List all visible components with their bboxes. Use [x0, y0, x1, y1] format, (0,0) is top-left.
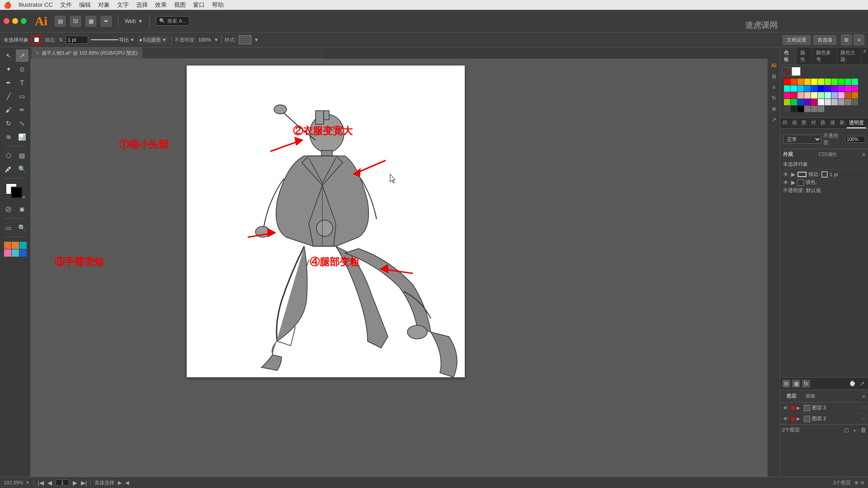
tab-color-guide[interactable]: 颜色参考 — [812, 47, 837, 65]
panel-icon-4[interactable]: ⊕ — [769, 104, 779, 114]
color-cell[interactable] — [818, 99, 824, 105]
tab-close[interactable]: × — [36, 51, 39, 56]
column-graph-tool[interactable]: ▤ — [16, 149, 28, 162]
layers-icon-4[interactable]: ⌚ — [848, 380, 856, 388]
color-cell[interactable] — [845, 85, 851, 92]
type-tool[interactable]: T — [16, 76, 28, 89]
swap-icon[interactable]: ⇄ — [22, 195, 25, 199]
pen-icon[interactable]: ✒ — [101, 16, 112, 27]
graph-tool[interactable]: 📊 — [16, 131, 28, 143]
panel-tab-symbol[interactable]: 符 — [780, 118, 790, 128]
zoom-mode-tool[interactable]: 🔍 — [16, 221, 28, 234]
status-del-layer[interactable]: ⊖ — [860, 480, 864, 486]
apple-menu[interactable]: 🍎 — [4, 1, 11, 9]
eyedropper-tool[interactable]: 💉 — [2, 163, 15, 175]
color-cell[interactable] — [838, 85, 844, 92]
zoom-tool[interactable]: 🔍 — [16, 163, 28, 175]
color-cell[interactable] — [825, 85, 831, 92]
direct-selection-tool[interactable]: ↗ — [16, 49, 28, 62]
panel-tab-new[interactable]: 新 — [837, 118, 847, 128]
doc-setup-button[interactable]: 文档设置 — [783, 35, 811, 45]
point-shape-selector[interactable]: ● 5点圆形 ▼ — [137, 36, 169, 44]
nav-first[interactable]: |◀ — [38, 479, 43, 486]
panel-menu-icon[interactable]: ≡ — [862, 47, 868, 65]
panel-tab-path[interactable]: 路 — [818, 118, 828, 128]
line-tool[interactable]: ╱ — [2, 90, 15, 103]
menu-window[interactable]: 窗口 — [193, 1, 205, 9]
nav-arrow-right[interactable]: ▶ — [118, 480, 122, 486]
swatch-1[interactable] — [4, 242, 11, 249]
panel-tab-image[interactable]: 图 — [799, 118, 809, 128]
opacity-input-t[interactable] — [845, 136, 865, 143]
color-cell[interactable] — [831, 92, 838, 99]
pattern-swatch[interactable] — [818, 106, 824, 112]
close-button[interactable] — [4, 18, 9, 24]
color-cell[interactable] — [831, 79, 838, 85]
stroke-type-selector[interactable]: 等比 ▼ — [91, 37, 135, 43]
color-cell[interactable] — [784, 85, 790, 92]
color-cell[interactable] — [818, 85, 824, 92]
menu-help[interactable]: 帮助 — [212, 1, 224, 9]
layer-3-lock[interactable]: ○ — [863, 405, 865, 410]
appearance-menu-icon[interactable]: ≡ — [862, 151, 865, 158]
panel-tab-align[interactable]: 对 — [809, 118, 818, 128]
color-cell[interactable] — [797, 85, 804, 92]
grid-icon[interactable]: ≡ — [854, 34, 864, 45]
document-tab[interactable]: × 扁平人物3.ai* @ 102.89% (RGB/GPU 预览) — [32, 47, 143, 59]
page-input[interactable] — [56, 479, 69, 486]
layer-row-2[interactable]: 👁 ▶ 图层 2 ○ — [780, 413, 868, 424]
color-cell[interactable] — [784, 79, 790, 85]
none-swatch[interactable] — [782, 67, 791, 76]
color-cell[interactable] — [797, 79, 804, 85]
color-cell[interactable] — [852, 85, 858, 92]
color-cell[interactable] — [797, 92, 804, 99]
swatch-4[interactable] — [4, 249, 11, 257]
new-doc-icon[interactable]: ▤ — [55, 16, 66, 27]
new-layer-btn[interactable]: ＋ — [852, 427, 858, 435]
color-boxes[interactable]: ⇄ — [5, 183, 25, 199]
nav-prev[interactable]: ◀ — [47, 479, 52, 486]
gradient-icon[interactable]: ▣ — [16, 203, 28, 216]
pen-tool[interactable]: ✒ — [2, 76, 15, 89]
color-cell[interactable] — [845, 79, 851, 85]
pattern-swatch[interactable] — [804, 106, 811, 112]
menu-select[interactable]: 选择 — [136, 1, 148, 9]
color-cell[interactable] — [838, 79, 844, 85]
layer-2-lock[interactable]: ○ — [863, 416, 865, 421]
eye-icon-stroke[interactable]: 👁 — [783, 171, 789, 178]
panel-icon-3[interactable]: ↻ — [769, 93, 779, 103]
layers-icon-3[interactable]: fx — [802, 380, 810, 388]
color-cell[interactable] — [831, 99, 838, 105]
lasso-tool[interactable]: ⊙ — [16, 63, 28, 75]
white-swatch[interactable] — [792, 67, 801, 76]
tab-color-theme[interactable]: 颜色主题 — [837, 47, 861, 65]
stroke-color-box[interactable] — [31, 35, 42, 44]
menu-effects[interactable]: 效果 — [155, 1, 167, 9]
swatch-3[interactable] — [19, 242, 27, 249]
stroke-preview-box[interactable] — [797, 172, 807, 177]
swatch-5[interactable] — [12, 249, 19, 257]
css-prop-label[interactable]: CSS属性 — [818, 151, 837, 158]
stroke-width-input[interactable] — [66, 36, 88, 44]
tab-layers[interactable]: 图层 — [783, 391, 800, 401]
expand-arrow-fill[interactable]: ▶ — [791, 179, 796, 186]
warp-tool[interactable]: ≋ — [2, 131, 15, 143]
color-cell[interactable] — [838, 92, 844, 99]
make-mask-btn[interactable]: ◻ — [844, 427, 849, 435]
color-cell[interactable] — [825, 99, 831, 105]
rotate-tool[interactable]: ↻ — [2, 117, 15, 130]
nav-next[interactable]: ▶ — [73, 479, 77, 486]
layer-row-3[interactable]: 👁 ▶ 图层 3 ○ — [780, 403, 868, 413]
layer-2-expand[interactable]: ▶ — [797, 416, 802, 421]
search-bar[interactable]: 🔍 搜索 A... — [156, 16, 189, 26]
color-cell[interactable] — [852, 99, 858, 105]
color-cell[interactable] — [791, 92, 797, 99]
color-cell[interactable] — [791, 85, 797, 92]
layers-panel-menu[interactable]: ≡ — [863, 394, 865, 399]
tab-artboards[interactable]: 画板 — [802, 391, 819, 401]
swatch-2[interactable] — [12, 242, 19, 249]
nav-last[interactable]: ▶| — [81, 479, 87, 486]
expand-arrow-stroke[interactable]: ▶ — [791, 171, 796, 178]
color-cell[interactable] — [811, 99, 817, 105]
symbol-tool[interactable]: ⬡ — [2, 149, 15, 162]
